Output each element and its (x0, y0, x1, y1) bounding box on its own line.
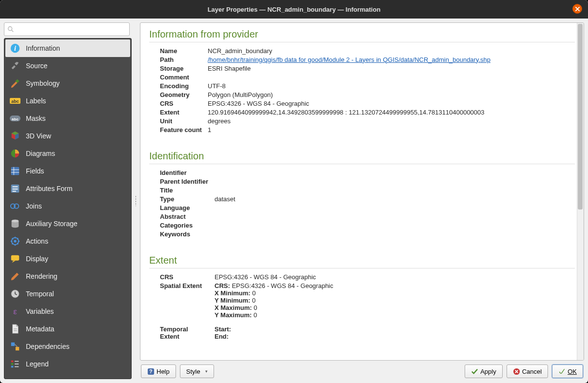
cancel-icon (513, 368, 520, 375)
sidebar-item-information[interactable]: i Information (5, 39, 130, 57)
svg-line-30 (15, 344, 18, 347)
sidebar-item-label: Actions (26, 237, 48, 245)
brush-icon (9, 270, 21, 282)
gear-icon (9, 235, 21, 247)
svg-text:?: ? (149, 369, 152, 374)
search-icon (7, 26, 14, 33)
svg-rect-23 (11, 255, 20, 261)
sidebar-item-label: Rendering (26, 272, 58, 280)
sidebar-item-joins[interactable]: Joins (5, 197, 130, 215)
search-field[interactable] (4, 22, 130, 36)
sidebar-item-symbology[interactable]: Symbology (5, 75, 130, 92)
masks-icon: abc (9, 113, 21, 124)
close-button[interactable] (572, 4, 582, 14)
sidebar-item-legend[interactable]: Legend (5, 355, 130, 373)
titlebar: Layer Properties — NCR_admin_boundary — … (0, 0, 588, 19)
svg-text:i: i (14, 44, 16, 52)
sidebar-item-rendering[interactable]: Rendering (5, 268, 130, 285)
cancel-button[interactable]: Cancel (507, 364, 548, 378)
epsilon-icon: ε (9, 306, 21, 317)
sidebar-item-label: Symbology (26, 79, 59, 87)
paintbrush-icon (9, 77, 21, 89)
sidebar-item-fields[interactable]: Fields (5, 162, 130, 180)
splitter[interactable] (135, 22, 137, 379)
sidebar-item-diagrams[interactable]: Diagrams (5, 145, 130, 162)
left-column: i Information Source Symbology abc Label… (4, 22, 132, 379)
sidebar-item-label: Labels (26, 97, 46, 105)
svg-rect-31 (11, 361, 14, 363)
extent-table: CRSEPSG:4326 - WGS 84 - Geographic Spati… (160, 272, 333, 341)
sidebar-item-auxiliary-storage[interactable]: Auxiliary Storage (5, 215, 130, 232)
dependencies-icon (9, 341, 21, 352)
wrench-icon (9, 60, 21, 72)
sidebar-item-label: Temporal (26, 290, 54, 298)
sidebar-item-metadata[interactable]: Metadata (5, 320, 130, 338)
ok-button[interactable]: OK (552, 364, 583, 378)
section-extent-title: Extent (149, 255, 575, 268)
svg-rect-29 (16, 347, 19, 350)
sidebar-item-temporal[interactable]: Temporal (5, 285, 130, 303)
sidebar-item-display[interactable]: Display (5, 250, 130, 268)
section-provider-title: Information from provider (149, 29, 575, 42)
sidebar-item-label: Joins (26, 202, 42, 210)
piechart-icon (9, 148, 21, 159)
cube-icon (9, 130, 21, 142)
sidebar-item-actions[interactable]: Actions (5, 232, 130, 250)
svg-text:abc: abc (12, 117, 19, 121)
scrollbar-thumb[interactable] (578, 24, 583, 210)
tooltip-icon (9, 253, 21, 265)
svg-rect-16 (13, 191, 16, 192)
sidebar-item-label: Diagrams (26, 150, 55, 157)
fields-icon (9, 165, 21, 177)
svg-rect-32 (11, 363, 14, 365)
help-icon: ? (147, 368, 155, 375)
search-input[interactable] (16, 26, 126, 33)
sidebar-item-label: Metadata (26, 325, 54, 333)
svg-rect-33 (11, 366, 14, 368)
joins-icon (9, 200, 21, 212)
window-title: Layer Properties — NCR_admin_boundary — … (208, 6, 381, 13)
sidebar-item-labels[interactable]: abc Labels (5, 92, 130, 110)
info-icon: i (9, 42, 21, 54)
ok-icon (558, 368, 566, 375)
path-link[interactable]: /home/bnhr/training/qgis/fb data for goo… (208, 56, 490, 63)
sidebar-item-label: Auxiliary Storage (26, 220, 78, 228)
dialog-body: i Information Source Symbology abc Label… (0, 19, 588, 383)
scrollbar[interactable] (577, 23, 584, 360)
main-column: Information from provider NameNCR_admin_… (140, 22, 584, 379)
svg-rect-9 (11, 167, 20, 175)
section-identification-title: Identification (149, 151, 575, 164)
content-pane: Information from provider NameNCR_admin_… (140, 22, 584, 361)
style-button[interactable]: Style▾ (180, 364, 214, 378)
check-icon (471, 368, 478, 375)
sidebar-item-label: Dependencies (26, 343, 70, 350)
chevron-down-icon: ▾ (205, 369, 208, 374)
sidebar-item-dependencies[interactable]: Dependencies (5, 338, 130, 355)
sidebar-item-source[interactable]: Source (5, 57, 130, 75)
svg-point-22 (14, 240, 17, 243)
apply-button[interactable]: Apply (465, 364, 503, 378)
dialog-window: Layer Properties — NCR_admin_boundary — … (0, 0, 588, 383)
svg-rect-28 (11, 343, 15, 346)
sidebar-item-label: Display (26, 255, 48, 263)
sidebar-item-masks[interactable]: abc Masks (5, 110, 130, 127)
button-row: ? Help Style▾ Apply Cancel OK (140, 364, 584, 379)
sidebar: i Information Source Symbology abc Label… (4, 38, 132, 379)
form-icon (9, 183, 21, 194)
close-icon (575, 7, 580, 11)
svg-text:ε: ε (13, 307, 17, 316)
svg-line-1 (12, 30, 14, 32)
sidebar-item-variables[interactable]: ε Variables (5, 303, 130, 320)
sidebar-item-label: Information (26, 44, 60, 52)
help-button[interactable]: ? Help (141, 364, 176, 378)
clock-icon (9, 288, 21, 300)
svg-rect-14 (13, 186, 18, 187)
sidebar-item-3dview[interactable]: 3D View (5, 127, 130, 145)
sidebar-item-attributes-form[interactable]: Attributes Form (5, 180, 130, 197)
svg-rect-15 (13, 189, 18, 190)
sidebar-item-label: Variables (26, 307, 54, 315)
identification-table: Identifier Parent Identifier Title Typed… (160, 168, 235, 238)
svg-point-20 (12, 220, 19, 223)
labels-icon: abc (9, 95, 21, 107)
sidebar-item-label: Fields (26, 167, 44, 175)
